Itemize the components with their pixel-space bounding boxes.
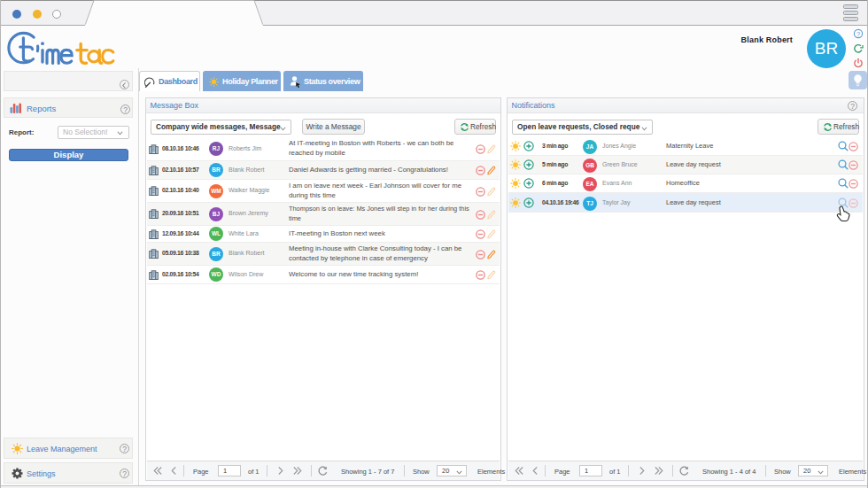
svg-text:?: ? (856, 30, 860, 38)
